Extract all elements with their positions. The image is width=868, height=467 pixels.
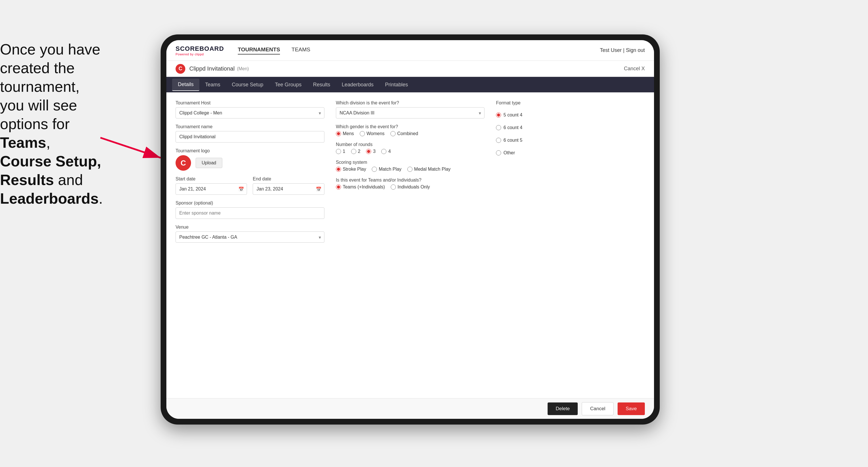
name-group: Tournament name (176, 124, 324, 143)
gender-mens-radio[interactable] (336, 131, 341, 136)
rounds-2-radio[interactable] (351, 149, 356, 154)
sponsor-group: Sponsor (optional) (176, 200, 324, 219)
tab-details[interactable]: Details (172, 79, 199, 91)
tablet-device: SCOREBOARD Powered by clippd TOURNAMENTS… (161, 34, 660, 425)
format-5count4-label: 5 count 4 (503, 113, 522, 118)
rounds-4-radio[interactable] (381, 149, 386, 154)
instruction-leaderboards: Leaderboards (0, 190, 99, 207)
division-label: Which division is the event for? (336, 100, 485, 105)
logo-sub: Powered by clippd (176, 53, 224, 56)
format-6count4-label: 6 count 4 (503, 125, 522, 130)
sponsor-input[interactable] (176, 208, 324, 219)
format-other: Other (496, 150, 645, 155)
gender-group: Which gender is the event for? Mens Wome… (336, 124, 485, 136)
sponsor-label: Sponsor (optional) (176, 200, 324, 206)
gender-label: Which gender is the event for? (336, 124, 485, 129)
format-5count4-radio[interactable] (496, 113, 501, 118)
logo-text: SCOREBOARD (176, 45, 224, 53)
host-select[interactable]: Clippd College - Men (176, 107, 324, 119)
gender-combined[interactable]: Combined (391, 131, 418, 136)
instruction-line3: tournament, (0, 78, 80, 95)
format-6count4-radio[interactable] (496, 125, 501, 130)
team-individuals-radio[interactable] (391, 184, 396, 190)
nav-links: TOURNAMENTS TEAMS (238, 46, 600, 55)
col-right: Format type 5 count 4 6 count 4 6 count … (496, 100, 645, 390)
format-6count5-radio[interactable] (496, 138, 501, 143)
logo-label: Tournament logo (176, 148, 324, 153)
format-title: Format type (496, 100, 645, 105)
start-label: Start date (176, 177, 247, 182)
format-5count4: 5 count 4 (496, 113, 645, 118)
tab-printables[interactable]: Printables (379, 79, 414, 91)
scoring-medal[interactable]: Medal Match Play (407, 167, 451, 172)
format-6count4: 6 count 4 (496, 125, 645, 130)
rounds-2[interactable]: 2 (351, 149, 361, 154)
team-label: Is this event for Teams and/or Individua… (336, 178, 485, 183)
division-select-wrapper: NCAA Division III ▾ (336, 107, 485, 119)
team-teams[interactable]: Teams (+Individuals) (336, 184, 385, 190)
scoring-stroke[interactable]: Stroke Play (336, 167, 366, 172)
tab-bar: Details Teams Course Setup Tee Groups Re… (166, 77, 654, 92)
scoring-stroke-radio[interactable] (336, 167, 341, 172)
rounds-3[interactable]: 3 (366, 149, 375, 154)
tab-leaderboards[interactable]: Leaderboards (336, 79, 379, 91)
team-radio-group: Teams (+Individuals) Individuals Only (336, 184, 485, 190)
save-button[interactable]: Save (618, 402, 645, 415)
division-select[interactable]: NCAA Division III (336, 107, 485, 119)
format-6count5-label: 6 count 5 (503, 138, 522, 143)
tab-teams[interactable]: Teams (199, 79, 226, 91)
form-area: Tournament Host Clippd College - Men ▾ T… (166, 92, 654, 398)
tab-course-setup[interactable]: Course Setup (226, 79, 269, 91)
scoring-match-radio[interactable] (372, 167, 377, 172)
gender-mens[interactable]: Mens (336, 131, 354, 136)
team-teams-radio[interactable] (336, 184, 341, 190)
col-mid: Which division is the event for? NCAA Di… (336, 100, 485, 390)
host-label: Tournament Host (176, 100, 324, 105)
scoring-group: Scoring system Stroke Play Match Play (336, 160, 485, 172)
rounds-3-radio[interactable] (366, 149, 371, 154)
end-date-input[interactable] (253, 183, 324, 195)
instruction-teams: Teams (0, 134, 46, 151)
team-group: Is this event for Teams and/or Individua… (336, 178, 485, 190)
rounds-1[interactable]: 1 (336, 149, 345, 154)
format-other-radio[interactable] (496, 150, 501, 155)
logo-area: SCOREBOARD Powered by clippd (176, 45, 224, 56)
end-date-wrapper: 📅 (253, 183, 324, 195)
end-label: End date (253, 177, 324, 182)
gender-combined-radio[interactable] (391, 131, 396, 136)
scoring-match[interactable]: Match Play (372, 167, 401, 172)
gender-womens[interactable]: Womens (360, 131, 385, 136)
logo-preview: C (176, 155, 191, 171)
cancel-button[interactable]: Cancel (582, 402, 614, 415)
gender-womens-radio[interactable] (360, 131, 365, 136)
instruction-line2: created the (0, 60, 74, 76)
date-row: Start date 📅 End date 📅 (176, 177, 324, 195)
start-date-input[interactable] (176, 183, 247, 195)
tournament-icon: C (176, 64, 185, 74)
tab-tee-groups[interactable]: Tee Groups (269, 79, 307, 91)
tab-results[interactable]: Results (307, 79, 336, 91)
rounds-group: Number of rounds 1 2 (336, 142, 485, 154)
delete-button[interactable]: Delete (548, 402, 578, 415)
upload-button[interactable]: Upload (196, 158, 222, 168)
user-nav[interactable]: Test User | Sign out (600, 47, 645, 53)
instruction-panel: Once you have created the tournament, yo… (0, 40, 126, 208)
scoring-radio-group: Stroke Play Match Play Medal Match Play (336, 167, 485, 172)
host-group: Tournament Host Clippd College - Men ▾ (176, 100, 324, 119)
end-date-group: End date 📅 (253, 177, 324, 195)
rounds-4[interactable]: 4 (381, 149, 391, 154)
instruction-course-setup: Course Setup, (0, 153, 101, 169)
instruction-line5: options for (0, 116, 70, 132)
nav-teams[interactable]: TEAMS (291, 46, 310, 55)
name-label: Tournament name (176, 124, 324, 129)
cancel-button-x[interactable]: Cancel X (624, 66, 645, 72)
logo-upload-area: C Upload (176, 155, 324, 171)
rounds-1-radio[interactable] (336, 149, 341, 154)
scoring-medal-radio[interactable] (407, 167, 412, 172)
name-input[interactable] (176, 131, 324, 143)
team-individuals[interactable]: Individuals Only (391, 184, 430, 190)
venue-select[interactable]: Peachtree GC - Atlanta - GA (176, 231, 324, 243)
rounds-radio-group: 1 2 3 4 (336, 149, 485, 154)
nav-tournaments[interactable]: TOURNAMENTS (238, 46, 280, 55)
start-date-wrapper: 📅 (176, 183, 247, 195)
